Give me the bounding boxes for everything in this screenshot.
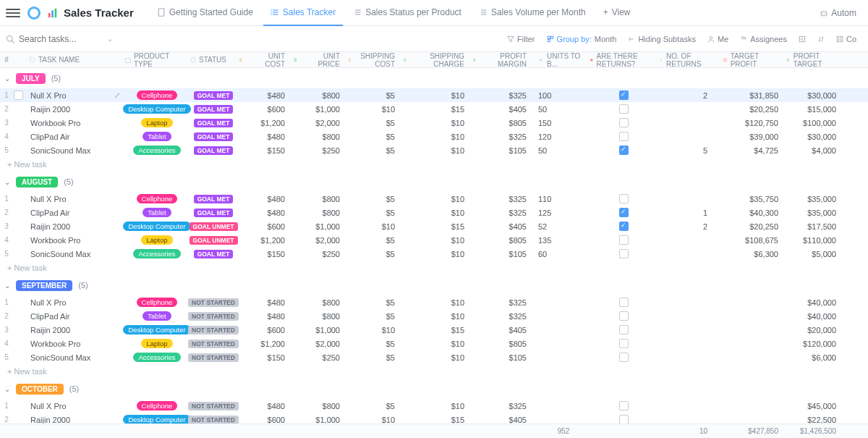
product-type[interactable]: Laptop bbox=[124, 339, 190, 348]
tab-sales-tracker[interactable]: Sales Tracker bbox=[263, 0, 343, 26]
shipping-charge[interactable]: $10 bbox=[402, 209, 472, 217]
target-profit[interactable]: $4,725 bbox=[722, 146, 786, 155]
units[interactable]: 120 bbox=[534, 132, 589, 141]
unit-cost[interactable]: $150 bbox=[237, 250, 292, 258]
task-name[interactable]: ClipPad Air bbox=[23, 312, 124, 321]
table-row[interactable]: 1 Null X Pro Cellphone NOT STARTED $480 … bbox=[0, 399, 868, 413]
product-type[interactable]: Accessories bbox=[124, 146, 190, 155]
units[interactable]: 125 bbox=[534, 209, 589, 217]
shipping-cost[interactable]: $5 bbox=[347, 119, 402, 127]
shipping-charge[interactable]: $10 bbox=[402, 250, 472, 258]
profit-margin[interactable]: $105 bbox=[472, 250, 534, 258]
new-task-button[interactable]: + New task bbox=[0, 364, 868, 379]
unit-cost[interactable]: $600 bbox=[237, 222, 292, 231]
returns-checkbox[interactable] bbox=[589, 325, 658, 334]
profit-target[interactable]: $35,000 bbox=[786, 195, 843, 203]
shipping-cost[interactable]: $5 bbox=[347, 298, 402, 307]
units[interactable]: 52 bbox=[534, 222, 589, 231]
profit-margin[interactable]: $325 bbox=[472, 195, 534, 203]
task-name[interactable]: Raijin 2000 bbox=[23, 222, 124, 231]
hdr-profit-target[interactable]: $PROFIT TARGET bbox=[786, 52, 843, 68]
table-row[interactable]: 2 Raijin 2000 Desktop Computer GOAL MET … bbox=[0, 102, 868, 116]
shipping-cost[interactable]: $10 bbox=[347, 326, 402, 334]
hdr-product-type[interactable]: PRODUCT TYPE bbox=[124, 52, 190, 68]
unit-cost[interactable]: $480 bbox=[237, 195, 292, 203]
units[interactable]: 60 bbox=[534, 250, 589, 258]
profit-margin[interactable]: $105 bbox=[472, 353, 534, 362]
unit-price[interactable]: $250 bbox=[292, 146, 347, 155]
profit-target[interactable]: $5,000 bbox=[786, 250, 843, 258]
status-cell[interactable]: NOT STARTED bbox=[190, 298, 237, 307]
table-row[interactable]: 5 SonicSound Max Accessories GOAL MET $1… bbox=[0, 247, 868, 261]
target-profit[interactable]: $39,000 bbox=[722, 132, 786, 141]
product-type[interactable]: Laptop bbox=[124, 235, 190, 245]
shipping-cost[interactable]: $10 bbox=[347, 105, 402, 114]
status-cell[interactable]: NOT STARTED bbox=[190, 353, 237, 362]
profit-margin[interactable]: $805 bbox=[472, 340, 534, 348]
table-row[interactable]: 4 Workbook Pro Laptop NOT STARTED $1,200… bbox=[0, 337, 868, 350]
no-returns[interactable]: 5 bbox=[658, 146, 722, 155]
group-header[interactable]: ⌄OCTOBER(5) bbox=[0, 379, 868, 399]
profit-target[interactable]: $40,000 bbox=[786, 298, 843, 307]
units[interactable]: 110 bbox=[534, 195, 589, 203]
returns-checkbox[interactable] bbox=[589, 353, 658, 362]
table-row[interactable]: 1 Null X Pro Cellphone GOAL MET $480 $80… bbox=[0, 192, 868, 206]
co-button[interactable]: Co bbox=[830, 35, 862, 43]
returns-checkbox[interactable] bbox=[589, 90, 658, 100]
profit-target[interactable]: $45,000 bbox=[786, 402, 843, 410]
returns-checkbox[interactable] bbox=[589, 298, 658, 307]
profit-margin[interactable]: $325 bbox=[472, 91, 534, 100]
unit-cost[interactable]: $150 bbox=[237, 353, 292, 362]
task-name[interactable]: Workbook Pro bbox=[23, 236, 124, 245]
new-task-button[interactable]: + New task bbox=[0, 261, 868, 275]
table-row[interactable]: 3 Workbook Pro Laptop GOAL MET $1,200 $2… bbox=[0, 116, 868, 130]
sort-button[interactable] bbox=[812, 35, 830, 43]
product-type[interactable]: Cellphone bbox=[124, 401, 190, 410]
group-header[interactable]: ⌄AUGUST(5) bbox=[0, 172, 868, 192]
returns-checkbox[interactable] bbox=[589, 118, 658, 127]
shipping-cost[interactable]: $5 bbox=[347, 132, 402, 141]
status-cell[interactable]: GOAL MET bbox=[190, 132, 237, 141]
task-name[interactable]: Raijin 2000 bbox=[23, 326, 124, 334]
unit-price[interactable]: $800 bbox=[292, 402, 347, 410]
tab-getting-started[interactable]: Getting Started Guide bbox=[150, 0, 260, 26]
unit-price[interactable]: $1,000 bbox=[292, 326, 347, 334]
unit-price[interactable]: $2,000 bbox=[292, 236, 347, 245]
status-cell[interactable]: GOAL MET bbox=[190, 119, 237, 127]
profit-margin[interactable]: $405 bbox=[472, 222, 534, 231]
profit-target[interactable]: $40,000 bbox=[786, 312, 843, 321]
target-profit[interactable]: $20,250 bbox=[722, 105, 786, 114]
status-cell[interactable]: NOT STARTED bbox=[190, 312, 237, 321]
product-type[interactable]: Tablet bbox=[124, 311, 190, 321]
shipping-charge[interactable]: $15 bbox=[402, 416, 472, 424]
task-name[interactable]: Null X Pro bbox=[23, 195, 124, 203]
no-returns[interactable]: 1 bbox=[658, 209, 722, 217]
profit-margin[interactable]: $805 bbox=[472, 236, 534, 245]
hdr-unit-cost[interactable]: $UNIT COST bbox=[237, 52, 292, 68]
profit-margin[interactable]: $105 bbox=[472, 146, 534, 155]
table-row[interactable]: 2 ClipPad Air Tablet NOT STARTED $480 $8… bbox=[0, 309, 868, 323]
target-profit[interactable]: $108,675 bbox=[722, 236, 786, 245]
profit-target[interactable]: $30,000 bbox=[786, 91, 843, 100]
table-row[interactable]: 5 SonicSound Max Accessories GOAL MET $1… bbox=[0, 143, 868, 157]
no-returns[interactable]: 2 bbox=[658, 91, 722, 100]
units[interactable]: 150 bbox=[534, 119, 589, 127]
shipping-charge[interactable]: $10 bbox=[402, 236, 472, 245]
unit-price[interactable]: $250 bbox=[292, 353, 347, 362]
returns-checkbox[interactable] bbox=[589, 194, 658, 203]
shipping-charge[interactable]: $15 bbox=[402, 326, 472, 334]
returns-checkbox[interactable] bbox=[589, 339, 658, 348]
status-cell[interactable]: GOAL MET bbox=[190, 250, 237, 258]
shipping-cost[interactable]: $5 bbox=[347, 146, 402, 155]
profit-margin[interactable]: $325 bbox=[472, 132, 534, 141]
row-checkbox[interactable] bbox=[14, 90, 23, 100]
status-cell[interactable]: NOT STARTED bbox=[190, 340, 237, 348]
unit-price[interactable]: $800 bbox=[292, 132, 347, 141]
status-cell[interactable]: GOAL MET bbox=[190, 146, 237, 155]
group-header[interactable]: ⌄JULY(5) bbox=[0, 68, 868, 88]
returns-checkbox[interactable] bbox=[589, 235, 658, 245]
status-cell[interactable]: NOT STARTED bbox=[190, 326, 237, 334]
unit-cost[interactable]: $150 bbox=[237, 146, 292, 155]
tab-sales-status[interactable]: Sales Status per Product bbox=[346, 0, 469, 26]
table-row[interactable]: 4 Workbook Pro Laptop GOAL UNMET $1,200 … bbox=[0, 233, 868, 247]
